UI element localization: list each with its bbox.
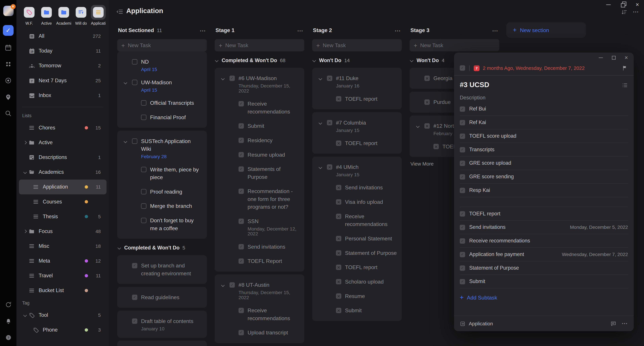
task-item[interactable]: #11 DukeJanuary 16: [317, 71, 397, 91]
checkbox-wontdo[interactable]: [336, 308, 342, 313]
checkbox-checked[interactable]: [238, 152, 244, 157]
task-item[interactable]: Resume: [317, 289, 397, 303]
checkbox-checked[interactable]: [230, 75, 235, 81]
checkbox-wontdo[interactable]: [336, 214, 342, 219]
task-item[interactable]: Visa info upload: [317, 195, 397, 209]
checkbox-checked[interactable]: [238, 189, 244, 194]
task-item[interactable]: NDApril 15: [122, 55, 202, 75]
checkbox-wontdo[interactable]: [434, 144, 439, 149]
checkbox-checked[interactable]: [460, 120, 465, 125]
checkbox-wontdo[interactable]: [424, 75, 430, 81]
matrix-nav[interactable]: [4, 60, 13, 69]
chevron-right-icon[interactable]: [23, 141, 27, 144]
sidebar-list-bucket-list[interactable]: Bucket List: [19, 283, 106, 298]
new-task-input[interactable]: +New Task: [117, 39, 207, 51]
checkbox-wontdo[interactable]: [336, 294, 342, 299]
sidebar-list-academics[interactable]: Academics16: [19, 165, 106, 179]
task-item[interactable]: #7 ColumbiaJanuary 15: [317, 115, 397, 136]
checkbox-checked[interactable]: [132, 263, 138, 268]
pinned-applicati[interactable]: Applicati: [90, 5, 106, 25]
task-item[interactable]: SUSTech Application WikiFebruary 28: [122, 134, 202, 162]
task-item[interactable]: Draft table of contentsJanuary 10: [122, 314, 202, 335]
checklist-item[interactable]: Ref Kai: [460, 116, 628, 129]
task-item[interactable]: #8 UT-AustinThursday, December 15, 2022: [220, 278, 300, 303]
checkbox-wontdo[interactable]: [336, 96, 342, 102]
checkbox-checked[interactable]: [238, 123, 244, 129]
sidebar-list-thesis[interactable]: Thesis5: [19, 209, 106, 224]
checkbox-wontdo[interactable]: [336, 236, 342, 241]
notifications-button[interactable]: [4, 317, 13, 326]
checkbox-checked[interactable]: [132, 295, 138, 300]
sidebar-list-descriptions[interactable]: Descriptions1: [19, 150, 106, 165]
subtask-item[interactable]: Send invitationsMonday, December 5, 2022: [460, 221, 628, 234]
checklist-item[interactable]: GRE score upload: [460, 157, 628, 170]
task-item[interactable]: TOEFL Report: [220, 254, 300, 269]
tasks-nav-icon[interactable]: ✓: [3, 25, 14, 36]
board-more-icon[interactable]: •••: [633, 10, 639, 14]
checkbox-checked[interactable]: [238, 219, 244, 224]
task-item[interactable]: Set up branch and creating environment: [122, 259, 202, 281]
checkbox-checked[interactable]: [238, 244, 244, 250]
sidebar-tag-phone[interactable]: Phone3: [19, 323, 106, 337]
checklist-item[interactable]: Transcripts: [460, 143, 628, 157]
checkbox-wontdo[interactable]: [336, 265, 342, 270]
checklist-item[interactable]: TOEFL score upload: [460, 129, 628, 143]
chevron-right-icon[interactable]: [23, 230, 27, 233]
task-item[interactable]: [122, 344, 202, 346]
task-checkbox-checked[interactable]: [460, 65, 465, 71]
task-card[interactable]: #8 UT-AustinThursday, December 15, 2022R…: [215, 275, 304, 343]
habit-nav[interactable]: [4, 92, 13, 102]
sidebar-list-focus[interactable]: Focus48: [19, 224, 106, 239]
task-item[interactable]: Resume upload: [220, 148, 300, 162]
task-item[interactable]: TOEFL report: [317, 92, 397, 106]
task-item[interactable]: #6 UW-MadisonThursday, December 15, 2022: [220, 71, 300, 96]
checkbox-checked[interactable]: [460, 252, 465, 257]
chevron-down-icon[interactable]: [221, 283, 225, 287]
column-menu-icon[interactable]: •••: [395, 29, 401, 33]
checkbox-unchecked[interactable]: [141, 115, 146, 120]
task-item[interactable]: TOEFL report: [317, 136, 397, 150]
task-item[interactable]: Submit: [220, 119, 300, 133]
help-button[interactable]: ?: [4, 333, 13, 342]
checkbox-checked[interactable]: [460, 106, 465, 112]
checkbox-checked[interactable]: [460, 160, 465, 166]
task-item[interactable]: Official Transcripts: [122, 96, 202, 110]
new-task-input[interactable]: +New Task: [215, 39, 304, 51]
checkbox-checked[interactable]: [460, 238, 465, 243]
panel-more-icon[interactable]: •••: [622, 322, 628, 325]
checkbox-wontdo[interactable]: [336, 185, 342, 190]
checkbox-wontdo[interactable]: [336, 140, 342, 146]
task-item[interactable]: Statement of Purpose: [317, 246, 397, 260]
checkbox-checked[interactable]: [460, 279, 465, 284]
checkbox-checked[interactable]: [238, 138, 244, 143]
task-item[interactable]: Send invitations: [317, 180, 397, 195]
task-item[interactable]: Statements of Purpose: [220, 162, 300, 184]
chevron-down-icon[interactable]: [221, 77, 225, 80]
pinned-academi[interactable]: Academi: [56, 5, 72, 25]
sort-icon[interactable]: [621, 9, 627, 15]
task-item[interactable]: Receive recommendations: [220, 303, 300, 325]
subtask-item[interactable]: Submit: [460, 275, 628, 289]
sidebar-item-today[interactable]: 19Today11: [19, 43, 106, 58]
checkbox-checked[interactable]: [460, 225, 465, 230]
restore-button[interactable]: [621, 3, 625, 6]
task-item[interactable]: Recommendation - one form for three prog…: [220, 184, 300, 214]
checkbox-unchecked[interactable]: [141, 100, 146, 106]
avatar[interactable]: ♛: [3, 6, 13, 16]
new-section-button[interactable]: +New section: [506, 22, 586, 38]
checkbox-unchecked[interactable]: [132, 138, 138, 144]
task-card[interactable]: #4 UMichJanuary 15Send invitationsVisa i…: [312, 157, 402, 321]
checklist-item[interactable]: Resp Kai: [460, 184, 628, 197]
group-header-won-t-do[interactable]: Won't Do14: [313, 57, 401, 63]
move-to-list-icon[interactable]: [460, 321, 466, 326]
sidebar-tag-tool[interactable]: Tool5: [19, 308, 106, 323]
task-item[interactable]: Send invitations: [220, 240, 300, 254]
chevron-down-icon[interactable]: [23, 314, 27, 317]
checkbox-unchecked[interactable]: [132, 59, 138, 64]
task-card[interactable]: NDApril 15UW-MadisonApril 15Official Tra…: [117, 51, 207, 128]
checkbox-unchecked[interactable]: [141, 189, 146, 194]
task-card[interactable]: [117, 341, 207, 346]
checkbox-checked[interactable]: [460, 174, 465, 179]
checkbox-checked[interactable]: [132, 319, 138, 324]
checkbox-unchecked[interactable]: [141, 203, 146, 209]
